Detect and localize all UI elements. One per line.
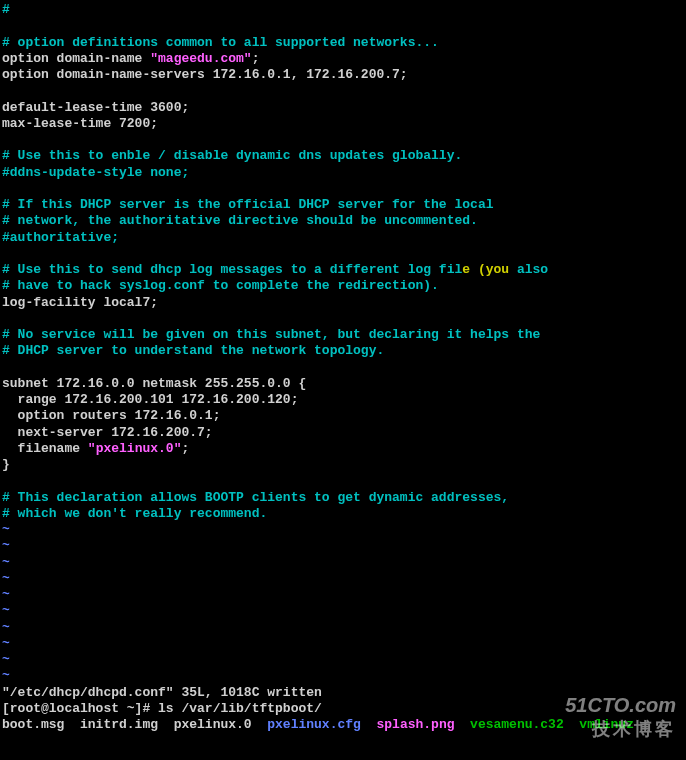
- text-segment: [361, 717, 377, 732]
- text-segment: ~: [2, 620, 10, 635]
- terminal-line: # have to hack syslog.conf to complete t…: [2, 278, 684, 294]
- text-segment: [2, 132, 10, 147]
- text-segment: [2, 181, 10, 196]
- text-segment: # DHCP server to understand the network …: [2, 343, 384, 358]
- text-segment: [2, 311, 10, 326]
- terminal-line: [2, 473, 684, 489]
- text-segment: ~: [2, 636, 10, 651]
- text-segment: vmlinuz: [579, 717, 634, 732]
- terminal-line: log-facility local7;: [2, 295, 684, 311]
- text-segment: splash.png: [376, 717, 454, 732]
- text-segment: # Use this to send dhcp log messages to …: [2, 262, 462, 277]
- terminal-line: ~: [2, 620, 684, 636]
- text-segment: #authoritative;: [2, 230, 119, 245]
- text-segment: }: [2, 457, 10, 472]
- terminal-output[interactable]: # # option definitions common to all sup…: [0, 0, 686, 735]
- terminal-line: # Use this to enble / disable dynamic dn…: [2, 148, 684, 164]
- terminal-line: max-lease-time 7200;: [2, 116, 684, 132]
- terminal-line: ~: [2, 652, 684, 668]
- text-segment: [2, 83, 10, 98]
- text-segment: subnet 172.16.0.0 netmask 255.255.0.0 {: [2, 376, 306, 391]
- text-segment: ~: [2, 587, 10, 602]
- text-segment: e (you: [462, 262, 509, 277]
- text-segment: [2, 473, 10, 488]
- terminal-line: ~: [2, 522, 684, 538]
- terminal-line: [2, 246, 684, 262]
- terminal-line: #: [2, 2, 684, 18]
- text-segment: filename: [2, 441, 88, 456]
- text-segment: # If this DHCP server is the official DH…: [2, 197, 493, 212]
- terminal-line: #ddns-update-style none;: [2, 165, 684, 181]
- text-segment: ls /var/lib/tftpboot/: [158, 701, 322, 716]
- text-segment: pxelinux.cfg: [267, 717, 361, 732]
- terminal-line: "/etc/dhcp/dhcpd.conf" 35L, 1018C writte…: [2, 685, 684, 701]
- text-segment: #: [2, 2, 10, 17]
- text-segment: ;: [252, 51, 260, 66]
- terminal-line: #authoritative;: [2, 230, 684, 246]
- text-segment: ;: [181, 441, 189, 456]
- terminal-line: [2, 181, 684, 197]
- text-segment: ~: [2, 603, 10, 618]
- text-segment: option domain-name-servers 172.16.0.1, 1…: [2, 67, 408, 82]
- text-segment: range 172.16.200.101 172.16.200.120;: [2, 392, 298, 407]
- terminal-line: ~: [2, 571, 684, 587]
- terminal-line: ~: [2, 538, 684, 554]
- terminal-line: # Use this to send dhcp log messages to …: [2, 262, 684, 278]
- text-segment: also: [509, 262, 548, 277]
- text-segment: # Use this to enble / disable dynamic dn…: [2, 148, 462, 163]
- terminal-line: [2, 18, 684, 34]
- terminal-line: subnet 172.16.0.0 netmask 255.255.0.0 {: [2, 376, 684, 392]
- text-segment: vesamenu.c32: [470, 717, 564, 732]
- text-segment: "mageedu.com": [150, 51, 251, 66]
- text-segment: max-lease-time 7200;: [2, 116, 158, 131]
- text-segment: # No service will be given on this subne…: [2, 327, 540, 342]
- terminal-line: # No service will be given on this subne…: [2, 327, 684, 343]
- text-segment: # which we don't really recommend.: [2, 506, 267, 521]
- terminal-line: # If this DHCP server is the official DH…: [2, 197, 684, 213]
- terminal-line: ~: [2, 636, 684, 652]
- text-segment: [2, 360, 10, 375]
- terminal-line: option domain-name-servers 172.16.0.1, 1…: [2, 67, 684, 83]
- terminal-line: # DHCP server to understand the network …: [2, 343, 684, 359]
- terminal-line: [2, 360, 684, 376]
- text-segment: ~: [2, 652, 10, 667]
- text-segment: "pxelinux.0": [88, 441, 182, 456]
- terminal-line: ~: [2, 555, 684, 571]
- terminal-line: range 172.16.200.101 172.16.200.120;: [2, 392, 684, 408]
- text-segment: ~: [2, 668, 10, 683]
- terminal-line: filename "pxelinux.0";: [2, 441, 684, 457]
- terminal-line: option domain-name "mageedu.com";: [2, 51, 684, 67]
- terminal-line: ~: [2, 587, 684, 603]
- terminal-line: # network, the authoritative directive s…: [2, 213, 684, 229]
- text-segment: ~: [2, 522, 10, 537]
- text-segment: [root@localhost ~]#: [2, 701, 158, 716]
- text-segment: next-server 172.16.200.7;: [2, 425, 213, 440]
- terminal-line: # This declaration allows BOOTP clients …: [2, 490, 684, 506]
- text-segment: "/etc/dhcp/dhcpd.conf" 35L, 1018C writte…: [2, 685, 322, 700]
- text-segment: # network, the authoritative directive s…: [2, 213, 478, 228]
- terminal-line: }: [2, 457, 684, 473]
- terminal-line: [2, 83, 684, 99]
- terminal-line: next-server 172.16.200.7;: [2, 425, 684, 441]
- text-segment: [455, 717, 471, 732]
- text-segment: #ddns-update-style none;: [2, 165, 189, 180]
- text-segment: # This declaration allows BOOTP clients …: [2, 490, 509, 505]
- text-segment: ~: [2, 538, 10, 553]
- terminal-line: [2, 132, 684, 148]
- text-segment: ~: [2, 571, 10, 586]
- text-segment: [564, 717, 580, 732]
- terminal-line: [2, 311, 684, 327]
- terminal-line: boot.msg initrd.img pxelinux.0 pxelinux.…: [2, 717, 684, 733]
- text-segment: default-lease-time 3600;: [2, 100, 189, 115]
- terminal-line: ~: [2, 668, 684, 684]
- text-segment: option domain-name: [2, 51, 150, 66]
- terminal-line: # which we don't really recommend.: [2, 506, 684, 522]
- text-segment: ~: [2, 555, 10, 570]
- text-segment: log-facility local7;: [2, 295, 158, 310]
- text-segment: # option definitions common to all suppo…: [2, 35, 439, 50]
- terminal-line: default-lease-time 3600;: [2, 100, 684, 116]
- terminal-line: # option definitions common to all suppo…: [2, 35, 684, 51]
- terminal-line: option routers 172.16.0.1;: [2, 408, 684, 424]
- terminal-line: ~: [2, 603, 684, 619]
- text-segment: # have to hack syslog.conf to complete t…: [2, 278, 439, 293]
